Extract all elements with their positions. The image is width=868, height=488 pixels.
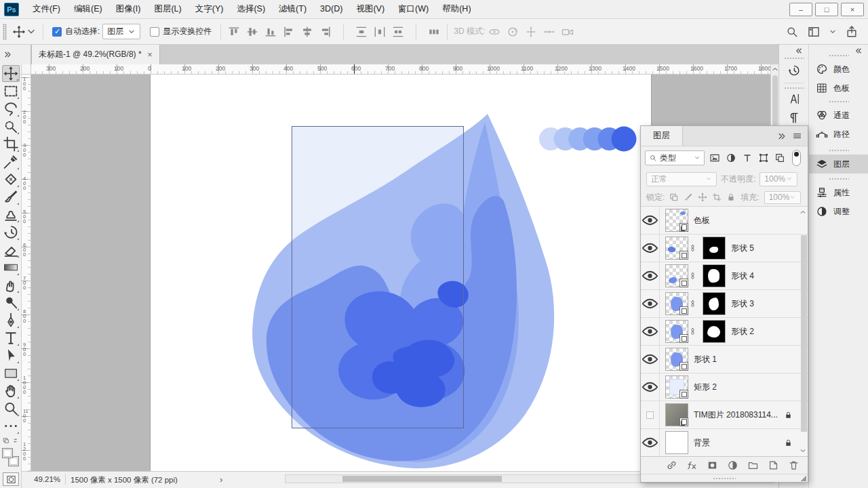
double-chevron-right-icon[interactable] bbox=[777, 131, 787, 141]
gradient-tool[interactable] bbox=[2, 259, 20, 276]
layer-row[interactable]: TIM图片 2018083114... bbox=[641, 401, 808, 429]
pen-tool[interactable] bbox=[2, 312, 20, 329]
foreground-background-swatches[interactable] bbox=[2, 448, 20, 475]
alignCV-icon[interactable] bbox=[245, 25, 259, 39]
fill-dropdown[interactable]: 100% bbox=[764, 191, 801, 204]
layer-thumbnail[interactable] bbox=[665, 348, 688, 371]
dock-panel-palette[interactable]: 颜色 bbox=[809, 60, 868, 79]
minimize-button[interactable]: – bbox=[789, 3, 812, 16]
auto-select-checkbox[interactable] bbox=[52, 27, 62, 37]
layer-row[interactable]: 形状 1 bbox=[641, 346, 808, 373]
menu-item[interactable]: 文字(Y) bbox=[189, 0, 231, 18]
new-adjustment-icon[interactable] bbox=[727, 460, 738, 471]
quick-select-tool[interactable] bbox=[2, 118, 20, 135]
foreground-color-swatch[interactable] bbox=[2, 448, 13, 458]
alignCH-icon[interactable] bbox=[300, 25, 314, 39]
dock-panel-grid[interactable]: 色板 bbox=[809, 79, 868, 98]
roll3d-icon[interactable] bbox=[506, 25, 519, 39]
scroll-down-icon[interactable] bbox=[800, 447, 806, 454]
layer-thumbnail[interactable] bbox=[665, 431, 688, 454]
history-brush-tool[interactable] bbox=[2, 224, 20, 241]
mask-link-icon[interactable] bbox=[689, 325, 696, 338]
close-tab-icon[interactable]: × bbox=[148, 50, 153, 60]
zoom-tool[interactable] bbox=[2, 400, 20, 417]
alignL-icon[interactable] bbox=[282, 25, 296, 39]
layers-tab[interactable]: 图层 bbox=[641, 126, 683, 146]
lock-all-icon[interactable] bbox=[726, 192, 736, 202]
layer-name[interactable]: 矩形 2 bbox=[688, 382, 717, 393]
visibility-toggle[interactable] bbox=[641, 346, 660, 373]
lock-artboard-icon[interactable] bbox=[712, 192, 722, 202]
layer-thumbnail[interactable] bbox=[665, 320, 688, 343]
distV-icon[interactable] bbox=[355, 25, 368, 39]
filter-shape-icon[interactable] bbox=[758, 152, 769, 163]
filter-adjustment-icon[interactable] bbox=[726, 152, 736, 163]
dodge-tool[interactable] bbox=[2, 294, 20, 311]
layers-panel-resize-grip[interactable] bbox=[641, 474, 808, 483]
layer-name[interactable]: 色板 bbox=[688, 215, 710, 226]
lock-transparent-icon[interactable] bbox=[669, 192, 679, 202]
visibility-toggle[interactable] bbox=[641, 401, 660, 428]
mask-link-icon[interactable] bbox=[689, 241, 696, 255]
visibility-toggle[interactable] bbox=[641, 429, 660, 456]
layer-name[interactable]: 形状 1 bbox=[688, 354, 717, 365]
zoom-level-field[interactable]: 49.21% bbox=[34, 475, 60, 483]
layer-row[interactable]: 矩形 2 bbox=[641, 373, 808, 401]
workspace-icon[interactable] bbox=[807, 25, 821, 39]
mask-link-icon[interactable] bbox=[689, 297, 696, 310]
filter-type-dropdown[interactable]: 类型 bbox=[645, 150, 705, 165]
orbit3d-icon[interactable] bbox=[488, 25, 501, 39]
panel-grip[interactable] bbox=[784, 87, 804, 89]
visibility-toggle[interactable] bbox=[641, 290, 660, 317]
layer-name[interactable]: TIM图片 2018083114... bbox=[688, 409, 778, 421]
visibility-toggle[interactable] bbox=[641, 373, 660, 401]
alignB-icon[interactable] bbox=[264, 25, 277, 39]
dock-panel-layersic[interactable]: 图层 bbox=[809, 155, 868, 174]
add-mask-icon[interactable] bbox=[707, 460, 718, 471]
panel-grip[interactable] bbox=[829, 149, 849, 152]
eraser-tool[interactable] bbox=[2, 241, 20, 258]
history-panel-icon[interactable] bbox=[787, 64, 801, 77]
chevron-down-icon[interactable] bbox=[829, 28, 837, 36]
options-bar-grip[interactable] bbox=[3, 24, 7, 40]
share-icon[interactable] bbox=[845, 25, 859, 39]
cam3d-icon[interactable] bbox=[561, 25, 574, 39]
smudge-tool[interactable] bbox=[2, 277, 20, 293]
document-tab[interactable]: 未标题-1 @ 49.2%(RGB/8) * × bbox=[31, 45, 160, 64]
lock-paint-icon[interactable] bbox=[684, 192, 693, 202]
shape-tool[interactable] bbox=[2, 365, 20, 382]
menu-item[interactable]: 图像(I) bbox=[109, 0, 148, 18]
slide3d-icon[interactable] bbox=[542, 25, 556, 39]
scroll-up-icon[interactable] bbox=[772, 66, 778, 73]
dock-panel-paths[interactable]: 路径 bbox=[809, 125, 868, 144]
dock-panel-fadj[interactable]: 调整 bbox=[809, 202, 868, 221]
alignT-icon[interactable] bbox=[227, 25, 241, 39]
mask-link-icon[interactable] bbox=[689, 269, 696, 283]
character-panel-icon[interactable] bbox=[787, 92, 801, 106]
layer-style-icon[interactable] bbox=[686, 460, 698, 471]
status-chevron-icon[interactable]: › bbox=[220, 474, 222, 485]
layer-name[interactable]: 背景 bbox=[688, 437, 710, 449]
layer-thumbnail[interactable] bbox=[665, 264, 688, 287]
close-button[interactable]: × bbox=[841, 3, 864, 16]
filter-smart-object-icon[interactable] bbox=[774, 152, 785, 163]
menu-item[interactable]: 文件(F) bbox=[26, 0, 67, 18]
distV2-icon[interactable] bbox=[391, 25, 405, 39]
auto-select-target-dropdown[interactable]: 图层 bbox=[102, 24, 140, 39]
dock-panel-channels[interactable]: 通道 bbox=[809, 106, 868, 125]
canvas[interactable] bbox=[151, 75, 651, 471]
layer-mask-thumbnail[interactable] bbox=[703, 237, 726, 260]
layer-mask-thumbnail[interactable] bbox=[703, 264, 726, 287]
eyedropper-tool[interactable] bbox=[2, 153, 20, 170]
panel-grip[interactable] bbox=[784, 57, 804, 60]
menu-item[interactable]: 选择(S) bbox=[230, 0, 272, 18]
layer-thumbnail[interactable] bbox=[665, 209, 688, 232]
menu-item[interactable]: 视图(V) bbox=[349, 0, 391, 18]
layer-list-scrollbar-thumb[interactable] bbox=[801, 235, 807, 432]
blend-mode-dropdown[interactable]: 正常 bbox=[646, 172, 717, 186]
layer-row[interactable]: 形状 3 bbox=[641, 290, 808, 318]
move-tool[interactable] bbox=[2, 65, 20, 82]
distH-icon[interactable] bbox=[373, 25, 387, 39]
panel-grip[interactable] bbox=[829, 54, 849, 57]
pan3d-icon[interactable] bbox=[524, 25, 538, 39]
